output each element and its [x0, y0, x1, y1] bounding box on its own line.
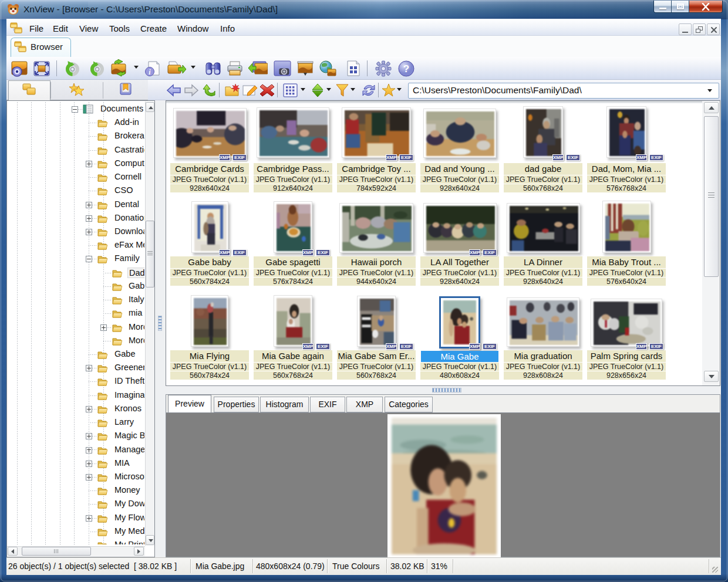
svg-text:?: ? [403, 63, 409, 75]
